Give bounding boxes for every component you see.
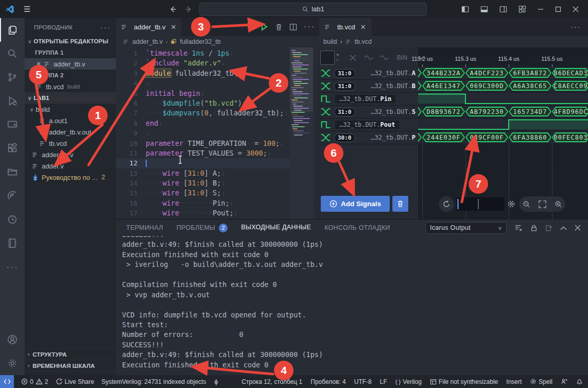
breadcrumb-file[interactable]: adder_tb.v — [132, 38, 163, 45]
remote-indicator[interactable] — [0, 375, 14, 388]
cursor-position[interactable]: Строка 12, столбец 1 — [241, 378, 302, 385]
tree-item-adder-tb-v-out[interactable]: adder_tb.v.out — [25, 126, 116, 138]
breadcrumb-symbol[interactable]: fulladder32_tb — [180, 38, 220, 45]
tab-tbvcd[interactable]: tb.vcd ✕ — [319, 18, 371, 36]
signal-row-s[interactable]: 31:0…32_tb.DUT.S — [318, 106, 418, 119]
live-share-status[interactable]: Live Share — [56, 378, 94, 385]
search-box[interactable]: lab1 — [199, 3, 427, 16]
zoom-fit-icon[interactable] — [539, 200, 546, 208]
forward-icon[interactable] — [185, 6, 192, 13]
analog-wave-icon[interactable] — [365, 55, 373, 61]
spell-status[interactable]: Spell — [530, 378, 552, 385]
run-button-icon[interactable] — [260, 23, 268, 31]
problems-status[interactable]: 0 2 — [21, 378, 48, 385]
extensions-icon[interactable] — [0, 137, 25, 160]
explorer-icon[interactable] — [0, 18, 25, 42]
code-editor[interactable]: 1234567891011121314151617 `timescale·1ns… — [116, 47, 315, 219]
notifications-bell-icon[interactable] — [576, 378, 583, 385]
waveform-scrollbar[interactable] — [456, 197, 505, 211]
tab-close-icon[interactable]: ✕ — [170, 23, 176, 31]
indentation-status[interactable]: Пробелов: 4 — [310, 378, 346, 385]
history-icon[interactable] — [0, 208, 25, 231]
waveform-breadcrumb[interactable]: build › tb.vcd — [315, 36, 588, 47]
trash-icon[interactable] — [275, 23, 283, 31]
zoom-out-icon[interactable] — [523, 200, 530, 208]
more-actions-icon[interactable]: ··· — [570, 23, 581, 31]
waveform-search-input[interactable] — [320, 50, 335, 65]
toggle-sidebar-icon[interactable] — [461, 6, 469, 13]
remote-explorer-icon[interactable] — [0, 113, 25, 137]
notebook-icon[interactable] — [0, 231, 25, 255]
feedback-icon[interactable] — [561, 378, 568, 385]
more-actions-icon[interactable]: ··· — [304, 22, 315, 31]
wave-row-pout[interactable] — [418, 119, 588, 130]
sidebar-section-временная-шкала[interactable]: ›ВРЕМЕННАЯ ШКАЛА — [25, 360, 116, 371]
bus-format-icon[interactable] — [349, 55, 357, 61]
split-editor-icon[interactable] — [289, 23, 297, 31]
search-icon[interactable] — [0, 42, 25, 65]
close-panel-icon[interactable] — [575, 225, 581, 231]
maximize-icon[interactable] — [555, 6, 561, 12]
remove-signals-button[interactable] — [392, 196, 408, 212]
customize-layout-icon[interactable] — [518, 6, 526, 13]
open-editors-header[interactable]: ∨ОТКРЫТЫЕ РЕДАКТОРЫ — [25, 36, 116, 47]
zoom-in-icon[interactable] — [555, 200, 562, 208]
insert-mode-status[interactable]: Insert — [506, 378, 522, 385]
close-icon[interactable] — [573, 6, 579, 12]
eol-status[interactable]: LF — [380, 378, 387, 385]
breadcrumb-folder[interactable]: build — [323, 38, 337, 45]
tree-item-adder-tb-v[interactable]: adder_tb.v — [25, 149, 116, 160]
tab-output[interactable]: ВЫХОДНЫЕ ДАННЫЕ — [241, 224, 311, 232]
sidebar-more-icon[interactable]: ··· — [100, 23, 111, 31]
tab-debug-console[interactable]: КОНСОЛЬ ОТЛАДКИ — [324, 224, 390, 231]
signal-row-p[interactable]: 30:0…32_tb.DUT.P — [318, 131, 418, 144]
wireless-icon[interactable] — [0, 184, 25, 208]
wave-row-a[interactable]: 344B232AA4DCF2236FB3A87286DECAD3 — [418, 67, 588, 79]
tree-item-tb-vcd[interactable]: tb.vcd — [25, 138, 116, 149]
tab-adder-tb[interactable]: adder_tb.v ✕ — [116, 18, 181, 36]
wave-row-p[interactable]: 244E030F049CF00F6FA3886000FEC803 — [418, 131, 588, 143]
run-debug-icon[interactable] — [0, 89, 25, 113]
signal-row-pout[interactable]: …32_tb.DUT.Pout — [318, 119, 418, 131]
tab-close-icon[interactable]: ✕ — [360, 23, 366, 31]
synthesis-status[interactable]: File not synthesizable — [430, 378, 498, 385]
toggle-secondary-sidebar-icon[interactable] — [499, 6, 507, 13]
output-channel-select[interactable]: Icarus Output∨ — [425, 222, 507, 234]
value-decrement-icon[interactable]: − — [336, 58, 339, 63]
settings-gear-icon[interactable] — [0, 351, 25, 375]
analog-wave2-icon[interactable] — [380, 55, 388, 61]
wave-row-b[interactable]: A46E1347069C300DA6A38C65C8AECC09 — [418, 80, 588, 92]
toggle-panel-icon[interactable] — [480, 6, 488, 13]
format-status[interactable]: ϕ — [214, 378, 218, 385]
back-icon[interactable] — [169, 6, 177, 13]
signal-row-pin[interactable]: …32_tb.DUT.Pin — [318, 93, 418, 106]
breadcrumb[interactable]: adder_tb.v › fulladder32_tb — [116, 36, 315, 47]
more-actions-icon[interactable]: ··· — [0, 255, 25, 279]
encoding-status[interactable]: UTF-8 — [354, 378, 372, 385]
add-signals-button[interactable]: Add Signals — [321, 196, 390, 212]
breadcrumb-file[interactable]: tb.vcd — [355, 38, 372, 45]
minimap[interactable] — [290, 47, 313, 219]
minimize-icon[interactable] — [538, 6, 544, 12]
tab-terminal[interactable]: ТЕРМИНАЛ — [126, 224, 163, 231]
tab-problems[interactable]: ПРОБЛЕМЫ2 — [177, 224, 228, 232]
tree-item-adder-v[interactable]: adder.v — [25, 160, 116, 172]
output-console[interactable]: SUCCESS!!!adder_tb.v:49: $finish called … — [122, 230, 580, 376]
lock-icon[interactable] — [530, 224, 538, 232]
tree-item--[interactable]: Руководство по ...2 — [25, 172, 116, 183]
wave-row-pin[interactable] — [418, 93, 588, 105]
menu-icon[interactable]: ☰ — [24, 5, 30, 14]
indexer-status[interactable]: SystemVerilog: 24731 indexed objects — [101, 378, 206, 385]
account-icon[interactable] — [0, 328, 25, 351]
waveform-settings-gear-icon[interactable] — [507, 199, 516, 209]
language-status[interactable]: { }Verilog — [395, 378, 422, 385]
sidebar-section-структура[interactable]: ›СТРУКТУРА — [25, 348, 116, 360]
workspace-header-lab1[interactable]: ∨LAB1 — [25, 92, 116, 104]
reload-button[interactable] — [439, 196, 454, 212]
clear-output-icon[interactable] — [514, 224, 523, 231]
source-control-icon[interactable] — [0, 65, 25, 89]
open-in-editor-icon[interactable] — [545, 224, 552, 232]
maximize-panel-icon[interactable] — [560, 226, 567, 230]
signal-row-a[interactable]: 31:0…32_tb.DUT.A — [318, 67, 418, 80]
signal-row-b[interactable]: 31:0…32_tb.DUT.B — [318, 80, 418, 93]
